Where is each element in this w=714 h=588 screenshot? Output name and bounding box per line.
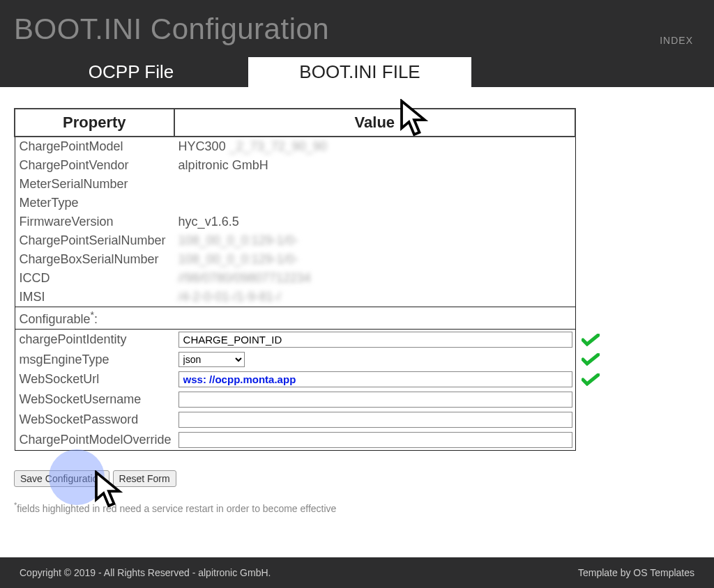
tabs: OCPP File BOOT.INI FILE [14,57,693,87]
websocketurl-input[interactable] [178,371,572,387]
websocketpassword-input[interactable] [178,412,572,428]
row-websocketurl: WebSocketUrl [15,369,575,389]
chargepointidentity-input[interactable] [178,332,572,348]
save-configuration-button[interactable]: Save Configuration [14,470,109,487]
row-chargeboxserialnumber: ChargeBoxSerialNumber 108_00_0_0:129-1/0… [15,250,575,269]
os-templates-link[interactable]: OS Templates [633,567,694,578]
row-chargepointidentity: chargePointIdentity [15,330,575,350]
chargepointmodeloverride-input[interactable] [178,432,572,448]
row-firmwareversion: FirmwareVersion hyc_v1.6.5 [15,212,575,231]
row-msgenginetype: msgEngineType json [15,350,575,369]
row-meterserialnumber: MeterSerialNumber [15,175,575,194]
row-chargepointmodeloverride: ChargePointModelOverride [15,430,575,451]
config-table: Property Value ChargePointModel HYC300 _… [14,108,576,451]
configurable-section-header: Configurable*: [15,307,575,330]
row-websocketusername: WebSocketUsername [15,389,575,410]
row-metertype: MeterType [15,194,575,212]
tab-bootini-file[interactable]: BOOT.INI FILE [248,57,471,87]
row-chargepointmodel: ChargePointModel HYC300 _2_73_72_90_90 [15,137,575,156]
hint-text: *fields highlighted in red need a servic… [14,501,700,514]
tab-ocpp-file[interactable]: OCPP File [14,57,248,87]
col-value: Value [174,109,576,137]
footer-copyright: Copyright © 2019 - All Rights Reserved -… [20,567,271,578]
check-icon [582,353,600,366]
row-imsi: IMSI /4-2-0-01-/1-9-81-/ [15,288,575,307]
footer-template: Template by OS Templates [578,567,694,578]
row-iccd: ICCD //98/0780/09807712234 [15,269,575,288]
row-chargepointvendor: ChargePointVendor alpitronic GmbH [15,156,575,175]
main-content: Property Value ChargePointModel HYC300 _… [0,87,714,521]
button-row: Save Configuration Reset Form [14,470,700,487]
msgenginetype-select[interactable]: json [178,352,245,367]
websocketusername-input[interactable] [178,392,572,408]
row-chargepointserialnumber: ChargePointSerialNumber 108_00_0_0:129-1… [15,231,575,250]
check-icon [582,334,600,346]
reset-form-button[interactable]: Reset Form [113,470,176,487]
footer: Copyright © 2019 - All Rights Reserved -… [0,557,714,588]
check-icon [582,373,600,386]
index-link[interactable]: INDEX [660,35,693,46]
col-property: Property [15,109,174,137]
header: BOOT.INI Configuration INDEX OCPP File B… [0,0,714,87]
row-websocketpassword: WebSocketPassword [15,410,575,430]
page-title: BOOT.INI Configuration [14,13,693,52]
